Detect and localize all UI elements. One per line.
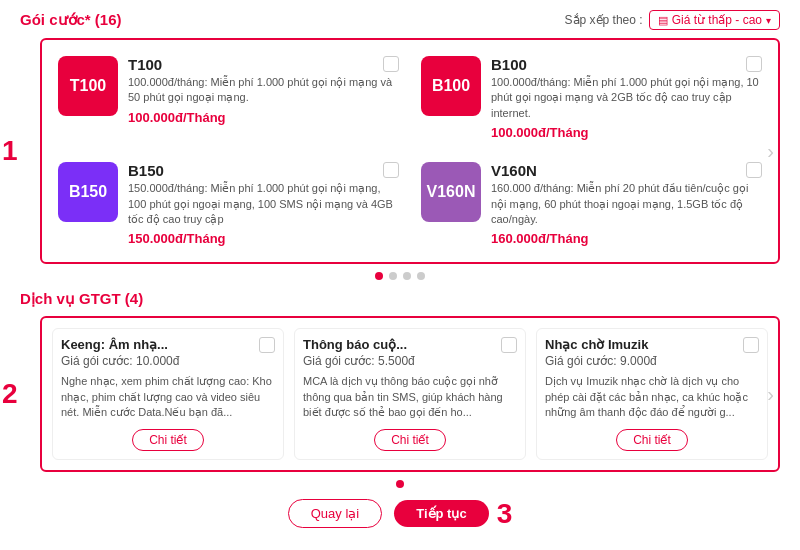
- dot-4: [417, 272, 425, 280]
- plan-name-b100: B100: [491, 56, 762, 73]
- sort-area: Sắp xếp theo : ▤ Giá từ thấp - cao ▾: [565, 10, 780, 30]
- plan-price-t100: 100.000đ/Tháng: [128, 110, 399, 125]
- dot-3: [403, 272, 411, 280]
- service-price-keeng: Giá gói cước: 10.000đ: [61, 354, 275, 368]
- plan-card-t100: T100 T100 100.000đ/tháng: Miễn phí 1.000…: [52, 50, 405, 146]
- service-card-keeng: Keeng: Âm nhạ... Giá gói cước: 10.000đ N…: [52, 328, 284, 459]
- back-button[interactable]: Quay lại: [288, 499, 382, 528]
- plan-checkbox-v160n[interactable]: [746, 162, 762, 178]
- plan-badge-b100: B100: [421, 56, 481, 116]
- sort-value: Giá từ thấp - cao: [672, 13, 762, 27]
- plan-info-b100: B100 100.000đ/tháng: Miễn phí 1.000 phút…: [491, 56, 762, 140]
- service-price-mca: Giá gói cước: 5.500đ: [303, 354, 517, 368]
- service-name-imuzik: Nhạc chờ Imuzik: [545, 337, 759, 352]
- services-pagination: [20, 480, 780, 488]
- plan-checkbox-b150[interactable]: [383, 162, 399, 178]
- plan-info-v160n: V160N 160.000 đ/tháng: Miễn phí 20 phút …: [491, 162, 762, 246]
- section2-number: 2: [2, 378, 18, 410]
- services-next-arrow[interactable]: ›: [767, 382, 774, 405]
- plans-grid: T100 T100 100.000đ/tháng: Miễn phí 1.000…: [52, 50, 768, 252]
- service-price-imuzik: Giá gói cước: 9.000đ: [545, 354, 759, 368]
- plan-badge-v160n: V160N: [421, 162, 481, 222]
- next-button[interactable]: Tiếp tục: [394, 500, 488, 527]
- service-detail-btn-keeng[interactable]: Chi tiết: [132, 429, 204, 451]
- sort-dropdown[interactable]: ▤ Giá từ thấp - cao ▾: [649, 10, 780, 30]
- plan-name-b150: B150: [128, 162, 399, 179]
- plan-info-t100: T100 100.000đ/tháng: Miễn phí 1.000 phút…: [128, 56, 399, 125]
- service-name-keeng: Keeng: Âm nhạ...: [61, 337, 275, 352]
- plan-name-v160n: V160N: [491, 162, 762, 179]
- service-desc-mca: MCA là dịch vụ thông báo cuộc gọi nhỡ th…: [303, 374, 517, 420]
- dot-1: [375, 272, 383, 280]
- service-card-mca: Thông báo cuộ... Giá gói cước: 5.500đ MC…: [294, 328, 526, 459]
- service-checkbox-keeng[interactable]: [259, 337, 275, 353]
- plan-desc-t100: 100.000đ/tháng: Miễn phí 1.000 phút gọi …: [128, 75, 399, 106]
- plan-desc-v160n: 160.000 đ/tháng: Miễn phí 20 phút đầu ti…: [491, 181, 762, 227]
- section1-number: 1: [2, 135, 18, 167]
- section1-title: Gói cước* (16): [20, 11, 122, 29]
- plan-card-b100: B100 B100 100.000đ/tháng: Miễn phí 1.000…: [415, 50, 768, 146]
- plan-info-b150: B150 150.000đ/tháng: Miễn phí 1.000 phút…: [128, 162, 399, 246]
- plan-checkbox-b100[interactable]: [746, 56, 762, 72]
- plans-pagination: [20, 272, 780, 280]
- services-grid: Keeng: Âm nhạ... Giá gói cước: 10.000đ N…: [52, 328, 768, 459]
- service-detail-btn-imuzik[interactable]: Chi tiết: [616, 429, 688, 451]
- service-name-mca: Thông báo cuộ...: [303, 337, 517, 352]
- service-checkbox-imuzik[interactable]: [743, 337, 759, 353]
- service-desc-imuzik: Dịch vụ Imuzik nhạc chờ là dịch vụ cho p…: [545, 374, 759, 420]
- sort-icon: ▤: [658, 14, 668, 27]
- service-checkbox-mca[interactable]: [501, 337, 517, 353]
- plan-card-b150: B150 B150 150.000đ/tháng: Miễn phí 1.000…: [52, 156, 405, 252]
- footer-actions: Quay lại Tiếp tục 3: [20, 498, 780, 530]
- plan-price-v160n: 160.000đ/Tháng: [491, 231, 762, 246]
- plan-checkbox-t100[interactable]: [383, 56, 399, 72]
- plans-next-arrow[interactable]: ›: [767, 140, 774, 163]
- service-detail-btn-mca[interactable]: Chi tiết: [374, 429, 446, 451]
- dot-2: [389, 272, 397, 280]
- footer-number: 3: [497, 498, 513, 530]
- plan-price-b150: 150.000đ/Tháng: [128, 231, 399, 246]
- plan-desc-b100: 100.000đ/tháng: Miễn phí 1.000 phút gọi …: [491, 75, 762, 121]
- service-dot-1: [396, 480, 404, 488]
- service-desc-keeng: Nghe nhạc, xem phim chất lượng cao: Kho …: [61, 374, 275, 420]
- sort-label: Sắp xếp theo :: [565, 13, 643, 27]
- plan-badge-b150: B150: [58, 162, 118, 222]
- plan-price-b100: 100.000đ/Tháng: [491, 125, 762, 140]
- plan-desc-b150: 150.000đ/tháng: Miễn phí 1.000 phút gọi …: [128, 181, 399, 227]
- plan-name-t100: T100: [128, 56, 399, 73]
- service-card-imuzik: Nhạc chờ Imuzik Giá gói cước: 9.000đ Dịc…: [536, 328, 768, 459]
- plan-badge-t100: T100: [58, 56, 118, 116]
- section2-title: Dịch vụ GTGT (4): [20, 290, 143, 308]
- chevron-down-icon: ▾: [766, 15, 771, 26]
- plan-card-v160n: V160N V160N 160.000 đ/tháng: Miễn phí 20…: [415, 156, 768, 252]
